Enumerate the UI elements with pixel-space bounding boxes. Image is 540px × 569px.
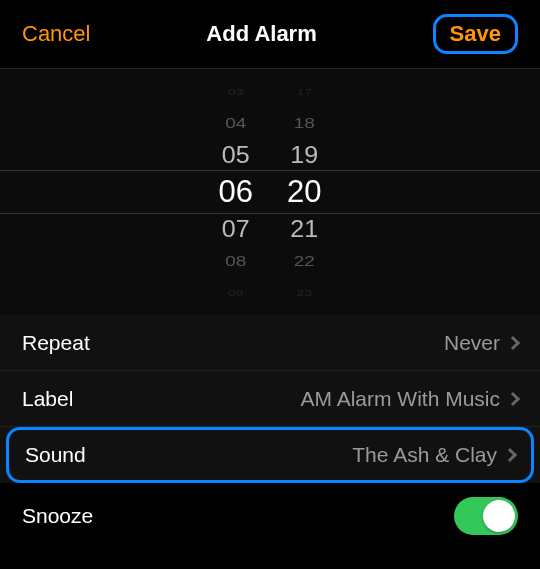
hour-selected: 06 [219,171,253,213]
toggle-knob [483,500,515,532]
header-bar: Cancel Add Alarm Save [0,0,540,68]
chevron-right-icon [503,448,517,462]
save-button[interactable]: Save [433,14,518,54]
time-picker[interactable]: 03 04 05 06 07 08 09 17 18 19 20 21 22 2… [0,68,540,315]
repeat-row[interactable]: Repeat Never [0,315,540,371]
cancel-button[interactable]: Cancel [22,19,90,49]
settings-list: Repeat Never Label AM Alarm With Music S… [0,315,540,549]
snooze-label: Snooze [22,504,93,528]
add-alarm-screen: Cancel Add Alarm Save 03 04 05 06 07 08 … [0,0,540,569]
label-value: AM Alarm With Music [300,387,518,411]
sound-value: The Ash & Clay [352,443,515,467]
label-label: Label [22,387,73,411]
chevron-right-icon [506,335,520,349]
minute-picker-column[interactable]: 17 18 19 20 21 22 23 [287,75,321,309]
minute-selected: 20 [287,171,321,213]
snooze-row: Snooze [0,483,540,549]
hour-picker-column[interactable]: 03 04 05 06 07 08 09 [219,75,253,309]
page-title: Add Alarm [206,21,316,47]
repeat-value: Never [444,331,518,355]
sound-label: Sound [25,443,86,467]
repeat-label: Repeat [22,331,90,355]
sound-row[interactable]: Sound The Ash & Clay [6,427,534,483]
chevron-right-icon [506,391,520,405]
snooze-toggle[interactable] [454,497,518,535]
label-row[interactable]: Label AM Alarm With Music [0,371,540,427]
